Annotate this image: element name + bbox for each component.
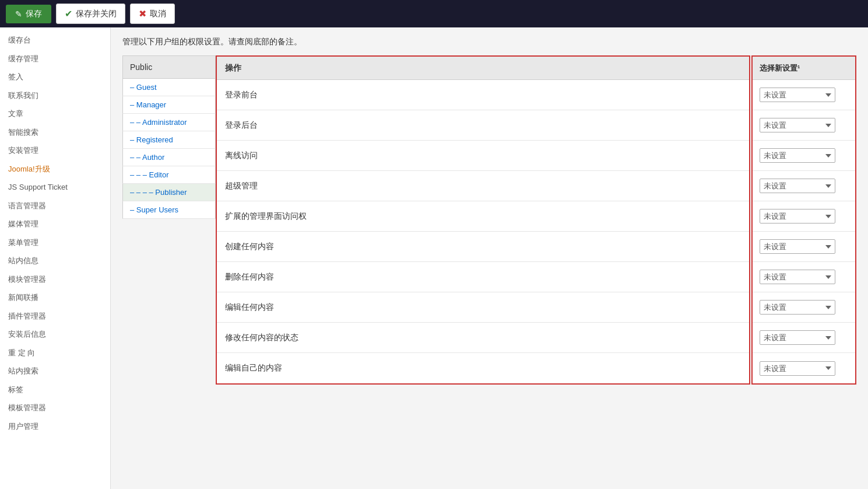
save-close-button[interactable]: ✔ 保存并关闭: [56, 4, 125, 24]
setting-row-4: 未设置 允许 拒绝: [753, 201, 855, 232]
sidebar-item-14[interactable]: 新闻联播: [0, 288, 110, 307]
setting-select-5[interactable]: 未设置 允许 拒绝: [760, 239, 835, 254]
sidebar-item-2[interactable]: 签入: [0, 68, 110, 86]
sidebar-item-3[interactable]: 联系我们: [0, 86, 110, 105]
setting-select-6[interactable]: 未设置 允许 拒绝: [760, 270, 835, 284]
sidebar: 缓存台 缓存管理 签入 联系我们 文章 智能搜索 安装管理 Joomla!升级 …: [0, 27, 111, 489]
sidebar-item-7[interactable]: Joomla!升级: [0, 160, 110, 179]
toolbar: ✎ 保存 ✔ 保存并关闭 ✖ 取消: [0, 0, 868, 27]
action-row-3: 超级管理: [217, 171, 749, 201]
action-row-1: 登录后台: [217, 110, 749, 141]
sidebar-item-9[interactable]: 语言管理器: [0, 197, 110, 215]
sidebar-item-15[interactable]: 插件管理器: [0, 307, 110, 326]
sidebar-item-8[interactable]: JS Support Ticket: [0, 178, 110, 197]
groups-header: Public: [122, 55, 216, 79]
main-content: 管理以下用户组的权限设置。请查阅底部的备注。 Public – Guest – …: [111, 27, 868, 489]
group-item-2[interactable]: – – Administrator: [122, 114, 216, 131]
permission-layout: Public – Guest – Manager – – Administrat…: [122, 55, 856, 385]
setting-select-7[interactable]: 未设置 允许 拒绝: [760, 300, 835, 315]
setting-select-3[interactable]: 未设置 允许 拒绝: [760, 179, 835, 193]
setting-select-9[interactable]: 未设置 允许 拒绝: [760, 361, 835, 376]
action-row-7: 编辑任何内容: [217, 292, 749, 323]
cancel-button[interactable]: ✖ 取消: [130, 4, 175, 24]
sidebar-item-16[interactable]: 安装后信息: [0, 325, 110, 344]
sidebar-item-18[interactable]: 站内搜索: [0, 362, 110, 380]
sidebar-item-21[interactable]: 用户管理: [0, 417, 110, 436]
sidebar-item-10[interactable]: 媒体管理: [0, 215, 110, 233]
sidebar-item-1[interactable]: 缓存管理: [0, 50, 110, 68]
sidebar-item-17[interactable]: 重 定 向: [0, 344, 110, 362]
setting-row-8: 未设置 允许 拒绝: [753, 323, 855, 353]
setting-select-0[interactable]: 未设置 允许 拒绝: [760, 88, 835, 102]
x-icon: ✖: [139, 8, 146, 19]
setting-select-8[interactable]: 未设置 允许 拒绝: [760, 330, 835, 345]
setting-select-1[interactable]: 未设置 允许 拒绝: [760, 118, 835, 132]
setting-row-0: 未设置 允许 拒绝: [753, 80, 855, 110]
setting-select-2[interactable]: 未设置 允许 拒绝: [760, 148, 835, 163]
action-row-2: 离线访问: [217, 141, 749, 171]
action-row-4: 扩展的管理界面访问权: [217, 201, 749, 232]
actions-header: 操作: [217, 57, 749, 80]
save-button[interactable]: ✎ 保存: [6, 5, 51, 23]
setting-row-9: 未设置 允许 拒绝: [753, 353, 855, 383]
action-row-6: 删除任何内容: [217, 262, 749, 292]
setting-row-5: 未设置 允许 拒绝: [753, 232, 855, 262]
sidebar-item-13[interactable]: 模块管理器: [0, 270, 110, 289]
groups-column: Public – Guest – Manager – – Administrat…: [122, 55, 216, 385]
group-item-7[interactable]: – Super Users: [122, 201, 216, 219]
settings-header: 选择新设置¹: [753, 57, 855, 80]
sidebar-item-5[interactable]: 智能搜索: [0, 123, 110, 142]
action-row-9: 编辑自己的内容: [217, 353, 749, 383]
setting-row-7: 未设置 允许 拒绝: [753, 292, 855, 323]
settings-column: 选择新设置¹ 未设置 允许 拒绝 未设置 允许 拒绝: [751, 55, 856, 385]
sidebar-item-20[interactable]: 模板管理器: [0, 399, 110, 417]
setting-select-4[interactable]: 未设置 允许 拒绝: [760, 209, 835, 223]
group-item-1[interactable]: – Manager: [122, 96, 216, 114]
sidebar-item-6[interactable]: 安装管理: [0, 141, 110, 160]
sidebar-item-0[interactable]: 缓存台: [0, 31, 110, 50]
edit-icon: ✎: [15, 9, 22, 19]
setting-row-3: 未设置 允许 拒绝: [753, 171, 855, 201]
actions-column: 操作 登录前台 登录后台 离线访问 超级管理 扩展的管理界面访问权 创建任何内容: [216, 55, 750, 385]
group-item-3[interactable]: – Registered: [122, 131, 216, 149]
setting-row-2: 未设置 允许 拒绝: [753, 141, 855, 171]
group-item-6[interactable]: – – – – Publisher: [122, 184, 216, 201]
group-item-0[interactable]: – Guest: [122, 79, 216, 96]
setting-row-6: 未设置 允许 拒绝: [753, 262, 855, 292]
page-description: 管理以下用户组的权限设置。请查阅底部的备注。: [122, 37, 856, 47]
group-item-5[interactable]: – – – Editor: [122, 166, 216, 184]
sidebar-item-12[interactable]: 站内信息: [0, 252, 110, 270]
group-item-4[interactable]: – – Author: [122, 149, 216, 166]
sidebar-item-11[interactable]: 菜单管理: [0, 233, 110, 252]
page-layout: 缓存台 缓存管理 签入 联系我们 文章 智能搜索 安装管理 Joomla!升级 …: [0, 27, 868, 489]
check-icon: ✔: [65, 8, 72, 19]
sidebar-item-4[interactable]: 文章: [0, 104, 110, 123]
action-row-5: 创建任何内容: [217, 232, 749, 262]
setting-row-1: 未设置 允许 拒绝: [753, 110, 855, 141]
action-row-8: 修改任何内容的状态: [217, 323, 749, 353]
sidebar-item-19[interactable]: 标签: [0, 380, 110, 399]
action-row-0: 登录前台: [217, 80, 749, 110]
